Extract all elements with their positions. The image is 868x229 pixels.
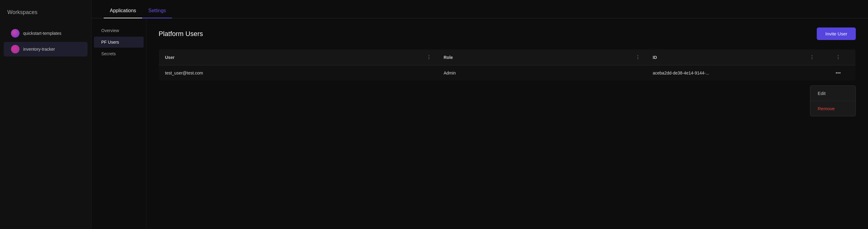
users-table: User ⋮ Role ⋮ <box>159 49 856 81</box>
col-header-id: ID ⋮ <box>647 50 821 65</box>
table-row: test_user@test.com Admin aceba2dd-de38-4… <box>159 65 856 81</box>
col-id-menu-icon[interactable]: ⋮ <box>809 54 815 60</box>
col-header-role: Role ⋮ <box>438 50 647 65</box>
sidebar-item-quickstart-templates[interactable]: quickstart-templates <box>4 26 88 40</box>
content-area: Overview PF Users Secrets Platform Users… <box>92 18 868 229</box>
sidebar-header: Workspaces <box>0 6 91 25</box>
workspace-label-quickstart: quickstart-templates <box>23 31 61 36</box>
cell-row-actions[interactable]: ••• <box>821 65 856 81</box>
main-content: Applications Settings Overview PF Users … <box>92 0 868 229</box>
context-menu-remove[interactable]: Remove <box>810 101 856 116</box>
tab-settings[interactable]: Settings <box>142 4 172 18</box>
sub-nav-secrets[interactable]: Secrets <box>94 48 144 59</box>
top-nav: Applications Settings <box>92 0 868 18</box>
table-header-row: User ⋮ Role ⋮ <box>159 50 856 65</box>
page-content: Platform Users Invite User User ⋮ <box>146 18 868 229</box>
context-menu: Edit Remove <box>810 85 856 116</box>
avatar-inventory <box>11 45 20 53</box>
cell-user-id: aceba2dd-de38-4e14-9144-... <box>647 65 821 81</box>
workspace-label-inventory: inventory-tracker <box>23 47 55 52</box>
sub-nav: Overview PF Users Secrets <box>92 18 146 229</box>
col-header-user: User ⋮ <box>159 50 438 65</box>
tab-applications[interactable]: Applications <box>104 4 142 18</box>
col-actions-menu-icon[interactable]: ⋮ <box>836 54 841 60</box>
page-title: Platform Users <box>159 30 203 38</box>
cell-user-email: test_user@test.com <box>159 65 438 81</box>
sidebar-item-inventory-tracker[interactable]: inventory-tracker <box>4 42 88 56</box>
context-menu-edit[interactable]: Edit <box>810 86 856 101</box>
col-user-menu-icon[interactable]: ⋮ <box>426 54 432 60</box>
sidebar: Workspaces quickstart-templates inventor… <box>0 0 92 229</box>
col-header-actions: ⋮ <box>821 50 856 65</box>
cell-user-role: Admin <box>438 65 647 81</box>
sub-nav-overview[interactable]: Overview <box>94 25 144 36</box>
avatar-quickstart <box>11 29 20 37</box>
page-header: Platform Users Invite User <box>159 27 856 40</box>
invite-user-button[interactable]: Invite User <box>817 27 856 40</box>
sub-nav-pf-users[interactable]: PF Users <box>94 37 144 48</box>
col-role-menu-icon[interactable]: ⋮ <box>635 54 641 60</box>
